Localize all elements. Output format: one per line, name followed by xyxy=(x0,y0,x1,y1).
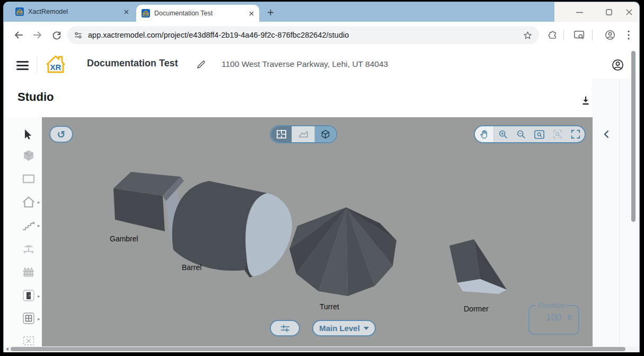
screenshot-root: XR XactRemodel XR Documentation Test xyxy=(0,0,644,356)
room-tool-icon[interactable] xyxy=(22,172,38,186)
elevation-unit: ft xyxy=(568,313,572,322)
edit-pencil-icon[interactable] xyxy=(195,58,207,71)
submenu-caret-icon: ▸ xyxy=(38,293,40,299)
tab-close-icon[interactable] xyxy=(124,10,129,14)
tune-sliders-icon xyxy=(279,324,291,333)
bookmark-star-icon[interactable] xyxy=(523,30,533,40)
new-tab-icon[interactable] xyxy=(266,7,275,17)
submenu-caret-icon: ▸ xyxy=(38,316,40,322)
svg-text:XR: XR xyxy=(50,63,61,72)
shape-turret xyxy=(289,207,396,296)
shape-label-gambrel: Gambrel xyxy=(110,235,138,243)
zoom-in-button[interactable] xyxy=(494,126,512,142)
svg-text:XR: XR xyxy=(144,12,148,15)
fullscreen-icon xyxy=(570,129,581,140)
zoom-out-button[interactable] xyxy=(512,126,530,142)
navigation-toolbar xyxy=(474,125,586,143)
shape-label-turret: Turret xyxy=(320,302,339,311)
download-icon xyxy=(581,96,590,106)
project-address: 1100 West Traverse Parkway, Lehi, UT 840… xyxy=(222,59,388,69)
tab-strip: XR XactRemodel XR Documentation Test xyxy=(4,2,639,22)
minimize-window-icon[interactable] xyxy=(571,6,588,18)
forward-icon[interactable] xyxy=(30,28,45,42)
vertical-scrollbar[interactable] xyxy=(631,51,636,222)
menu-hamburger-icon[interactable] xyxy=(16,59,29,68)
opening-tool-icon[interactable] xyxy=(22,334,38,348)
url-bar[interactable]: app.xactremodel.com/project/e43d8ff4-2b1… xyxy=(67,26,539,44)
tab-close-icon[interactable] xyxy=(249,11,254,16)
level-dropdown-label: Main Level xyxy=(319,324,360,333)
shape-label-dormer: Dormer xyxy=(464,305,489,313)
shape-dormer xyxy=(449,239,507,294)
level-dropdown[interactable]: Main Level xyxy=(312,320,376,336)
fullscreen-button[interactable] xyxy=(567,126,585,142)
site-info-icon[interactable] xyxy=(74,31,83,40)
header-divider xyxy=(37,55,37,73)
shape-label-barrel: Barrel xyxy=(182,263,201,272)
horizontal-scrollbar-thumb[interactable] xyxy=(11,347,625,351)
view-mode-toggle xyxy=(270,125,337,143)
elevation-icon xyxy=(298,130,308,138)
zoom-to-selection-button[interactable] xyxy=(549,126,567,142)
undo-button[interactable]: ↺ xyxy=(49,126,73,143)
tab-title: Documentation Test xyxy=(154,10,245,17)
toolbar-divider xyxy=(563,30,564,40)
browser-menu-dots-icon[interactable] xyxy=(623,28,634,42)
elevation-label: Elevation xyxy=(536,302,566,309)
tab-xactremodel[interactable]: XR XactRemodel xyxy=(10,2,134,21)
elevation-value[interactable]: 100 xyxy=(546,312,561,323)
zoom-selection-icon xyxy=(552,129,563,140)
account-circle-icon[interactable] xyxy=(610,57,625,72)
back-icon[interactable] xyxy=(11,28,26,42)
maximize-window-icon[interactable] xyxy=(601,6,617,18)
app-header: XR Documentation Test 1100 West Traverse… xyxy=(4,48,639,80)
scroll-left-arrow-icon[interactable] xyxy=(4,346,10,352)
xr-favicon-icon: XR xyxy=(15,7,24,16)
floorplan-view-button[interactable] xyxy=(271,126,292,142)
browser-toolbar: app.xactremodel.com/project/e43d8ff4-2b1… xyxy=(4,22,639,49)
browser-window: XR XactRemodel XR Documentation Test xyxy=(3,2,640,352)
page-title: Studio xyxy=(17,90,54,104)
elevation-field[interactable]: Elevation 100 ft xyxy=(528,302,579,335)
tab-title: XactRemodel xyxy=(28,8,120,15)
floorplan-icon xyxy=(276,129,287,139)
fence-tool-icon[interactable] xyxy=(22,265,38,279)
expand-panel-chevron-icon[interactable] xyxy=(601,128,612,140)
tab-documentation-test[interactable]: XR Documentation Test xyxy=(136,5,259,22)
chevron-down-icon xyxy=(364,327,369,330)
zoom-to-window-button[interactable] xyxy=(530,126,548,142)
roof-tool-icon[interactable]: ▸ xyxy=(22,195,38,209)
xr-favicon-icon: XR xyxy=(142,9,150,18)
elevation-view-button[interactable] xyxy=(292,126,314,142)
door-tool-icon[interactable]: ▸ xyxy=(22,289,38,302)
pan-hand-button[interactable] xyxy=(475,126,494,142)
tool-rail: ▸ ▸ ▸ ▸ xyxy=(4,117,42,346)
profile-icon[interactable] xyxy=(603,28,617,42)
model-3d-tool-icon[interactable] xyxy=(22,149,38,162)
cube-3d-icon xyxy=(320,129,331,140)
xr-logo: XR xyxy=(44,53,67,75)
hand-icon xyxy=(479,129,489,140)
window-tool-icon[interactable]: ▸ xyxy=(22,311,38,325)
url-text[interactable]: app.xactremodel.com/project/e43d8ff4-2b1… xyxy=(88,31,517,39)
stairs-tool-icon[interactable]: ▸ xyxy=(22,219,38,232)
display-settings-button[interactable] xyxy=(270,320,300,336)
reload-icon[interactable] xyxy=(49,28,64,42)
toolbar-divider xyxy=(592,30,593,40)
zoom-window-icon xyxy=(534,129,545,140)
tab-search-icon[interactable] xyxy=(572,29,587,41)
deck-tool-icon[interactable] xyxy=(22,242,38,256)
undo-icon: ↺ xyxy=(57,129,66,140)
view-3d-button[interactable] xyxy=(315,126,336,142)
submenu-caret-icon: ▸ xyxy=(38,199,40,205)
roof-shapes-3d-render[interactable] xyxy=(42,117,593,346)
studio-3d-canvas[interactable]: Gambrel Barrel Turret Dormer ↺ xyxy=(42,117,593,346)
panel-divider xyxy=(619,80,620,346)
zoom-in-icon xyxy=(498,129,508,140)
svg-text:XR: XR xyxy=(17,11,22,14)
close-window-icon[interactable] xyxy=(621,6,638,18)
project-title: Documentation Test xyxy=(87,58,178,69)
horizontal-scrollbar[interactable] xyxy=(4,346,639,352)
select-tool-cursor-icon[interactable] xyxy=(22,128,38,142)
extensions-puzzle-icon[interactable] xyxy=(545,29,559,41)
